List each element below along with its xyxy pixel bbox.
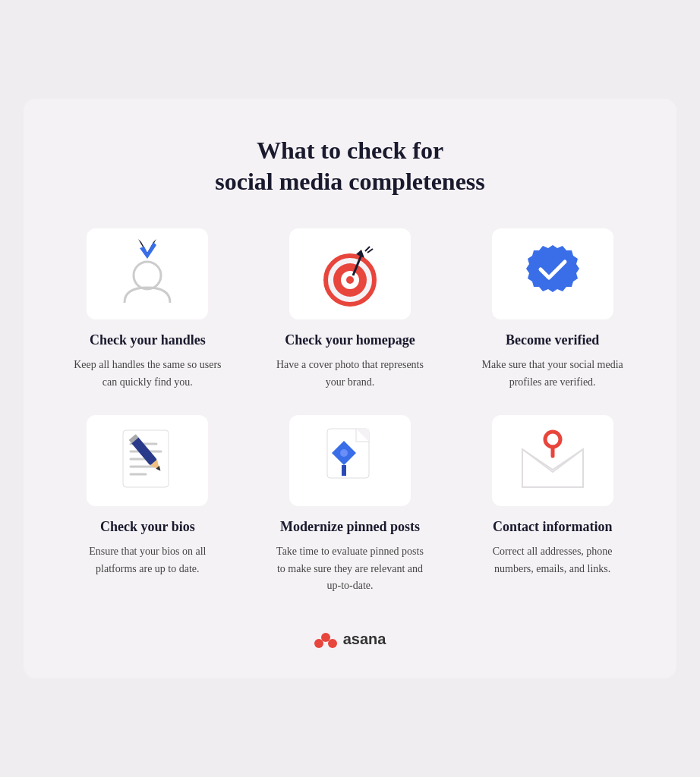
svg-rect-25 bbox=[342, 465, 346, 476]
verified-title: Become verified bbox=[506, 332, 599, 349]
main-card: What to check for social media completen… bbox=[24, 99, 676, 679]
handles-desc: Keep all handles the same so users can q… bbox=[71, 357, 223, 391]
icon-box-homepage bbox=[289, 228, 411, 319]
pinned-icon bbox=[304, 423, 396, 499]
asana-logo-icon bbox=[314, 631, 337, 648]
item-pinned: Modernize pinned posts Take time to eval… bbox=[257, 415, 444, 595]
svg-point-32 bbox=[314, 639, 323, 648]
icon-box-pinned bbox=[289, 415, 411, 506]
svg-point-26 bbox=[340, 449, 348, 457]
svg-line-10 bbox=[365, 247, 370, 251]
homepage-desc: Have a cover photo that represents your … bbox=[274, 357, 426, 391]
svg-point-29 bbox=[550, 437, 555, 442]
handles-title: Check your handles bbox=[90, 332, 206, 349]
bios-icon bbox=[102, 423, 193, 499]
icon-box-handles bbox=[87, 228, 208, 319]
svg-point-31 bbox=[321, 633, 330, 642]
icon-box-contact bbox=[492, 415, 613, 506]
item-contact: Contact information Correct all addresse… bbox=[459, 415, 646, 595]
contact-desc: Correct all addresses, phone numbers, em… bbox=[477, 543, 629, 577]
item-bios: Check your bios Ensure that your bios on… bbox=[54, 415, 241, 595]
asana-brand-name: asana bbox=[343, 631, 386, 648]
item-verified: Become verified Make sure that your soci… bbox=[459, 228, 646, 391]
item-homepage: Check your homepage Have a cover photo t… bbox=[257, 228, 444, 391]
verified-icon bbox=[507, 236, 598, 312]
pinned-desc: Take time to evaluate pinned posts to ma… bbox=[274, 543, 426, 594]
pinned-title: Modernize pinned posts bbox=[280, 518, 420, 536]
svg-point-0 bbox=[134, 262, 161, 289]
svg-point-33 bbox=[328, 639, 337, 648]
homepage-icon bbox=[304, 236, 396, 312]
footer: asana bbox=[314, 631, 386, 648]
bios-desc: Ensure that your bios on all platforms a… bbox=[71, 543, 223, 577]
contact-title: Contact information bbox=[493, 518, 612, 536]
bios-title: Check your bios bbox=[100, 518, 195, 536]
icon-box-verified bbox=[492, 228, 613, 319]
verified-desc: Make sure that your social media profile… bbox=[477, 357, 629, 391]
page-title: What to check for social media completen… bbox=[215, 135, 485, 198]
contact-icon bbox=[507, 423, 598, 499]
items-grid: Check your handles Keep all handles the … bbox=[54, 228, 646, 595]
svg-point-7 bbox=[346, 276, 354, 284]
item-handles: Check your handles Keep all handles the … bbox=[54, 228, 241, 391]
asana-logo: asana bbox=[314, 631, 386, 648]
handles-icon bbox=[102, 236, 193, 312]
svg-line-11 bbox=[367, 249, 373, 253]
homepage-title: Check your homepage bbox=[285, 332, 415, 349]
icon-box-bios bbox=[87, 415, 208, 506]
